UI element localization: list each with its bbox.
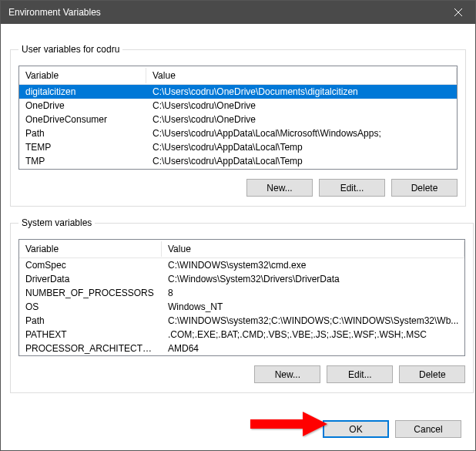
user-variables-group: User variables for codru VariableValuedi…: [10, 44, 466, 207]
system-delete-button[interactable]: Delete: [399, 365, 465, 383]
variable-name-cell: TEMP: [19, 141, 146, 153]
variable-value-cell: C:\Users\codru\OneDrive: [146, 113, 457, 126]
column-header-variable[interactable]: Variable: [19, 241, 162, 257]
variable-name-cell: OneDrive: [19, 99, 146, 112]
titlebar: Environment Variables: [1, 1, 475, 24]
variable-name-cell: Path: [19, 127, 146, 140]
cancel-button[interactable]: Cancel: [395, 420, 461, 438]
user-delete-button[interactable]: Delete: [391, 179, 458, 197]
table-row[interactable]: NUMBER_OF_PROCESSORS8: [19, 286, 464, 300]
variable-value-cell: AMD64: [162, 342, 464, 355]
variable-value-cell: 8: [162, 287, 464, 299]
close-button[interactable]: [441, 1, 475, 24]
table-row[interactable]: OneDriveConsumerC:\Users\codru\OneDrive: [19, 113, 457, 126]
variable-value-cell: .COM;.EXE;.BAT;.CMD;.VBS;.VBE;.JS;.JSE;.…: [162, 328, 464, 341]
variable-name-cell: ComSpec: [19, 259, 162, 271]
variable-value-cell: C:\Users\codru\OneDrive\Documents\digita…: [146, 86, 457, 98]
user-edit-button[interactable]: Edit...: [319, 179, 385, 197]
variable-name-cell: OS: [19, 301, 162, 313]
variable-value-cell: C:\Users\codru\AppData\Local\Temp: [146, 155, 457, 167]
variable-name-cell: Path: [19, 315, 162, 327]
column-header-value[interactable]: Value: [162, 241, 464, 257]
table-row[interactable]: PROCESSOR_ARCHITECTUREAMD64: [19, 342, 464, 355]
table-row[interactable]: TEMPC:\Users\codru\AppData\Local\Temp: [19, 140, 457, 154]
variable-value-cell: C:\WINDOWS\system32;C:\WINDOWS;C:\WINDOW…: [162, 315, 464, 327]
system-buttons-row: New... Edit... Delete: [18, 365, 465, 383]
variable-value-cell: C:\Windows\System32\Drivers\DriverData: [162, 273, 464, 285]
close-icon: [454, 8, 462, 16]
table-row[interactable]: ComSpecC:\WINDOWS\system32\cmd.exe: [19, 258, 464, 272]
column-header-variable[interactable]: Variable: [19, 68, 146, 83]
variable-name-cell: DriverData: [19, 273, 162, 285]
column-header-value[interactable]: Value: [146, 68, 457, 83]
variable-name-cell: TMP: [19, 155, 146, 167]
variable-name-cell: PROCESSOR_ARCHITECTURE: [19, 342, 162, 355]
table-row[interactable]: TMPC:\Users\codru\AppData\Local\Temp: [19, 154, 457, 168]
variable-value-cell: C:\Users\codru\OneDrive: [146, 99, 457, 112]
variable-value-cell: C:\Users\codru\AppData\Local\Temp: [146, 141, 457, 153]
user-buttons-row: New... Edit... Delete: [18, 179, 458, 197]
variable-value-cell: C:\WINDOWS\system32\cmd.exe: [162, 259, 464, 271]
table-row[interactable]: OSWindows_NT: [19, 300, 464, 314]
dialog-content: User variables for codru VariableValuedi…: [1, 24, 475, 412]
system-variables-legend: System variables: [18, 217, 95, 228]
ok-button[interactable]: OK: [323, 420, 389, 438]
list-header[interactable]: VariableValue: [19, 240, 464, 258]
table-row[interactable]: OneDriveC:\Users\codru\OneDrive: [19, 99, 457, 113]
system-edit-button[interactable]: Edit...: [327, 365, 393, 383]
variable-name-cell: PATHEXT: [19, 328, 162, 341]
dialog-buttons-row: OK Cancel: [313, 417, 471, 446]
window-title: Environment Variables: [8, 7, 441, 18]
table-row[interactable]: PathC:\WINDOWS\system32;C:\WINDOWS;C:\WI…: [19, 314, 464, 328]
user-variables-list[interactable]: VariableValuedigitalcitizenC:\Users\codr…: [18, 66, 458, 170]
user-new-button[interactable]: New...: [246, 179, 313, 197]
system-variables-list[interactable]: VariableValueComSpecC:\WINDOWS\system32\…: [18, 239, 465, 356]
variable-name-cell: digitalcitizen: [19, 86, 146, 98]
user-variables-legend: User variables for codru: [18, 44, 122, 55]
variable-value-cell: C:\Users\codru\AppData\Local\Microsoft\W…: [146, 127, 457, 140]
variable-name-cell: OneDriveConsumer: [19, 113, 146, 126]
table-row[interactable]: PathC:\Users\codru\AppData\Local\Microso…: [19, 126, 457, 140]
table-row[interactable]: PATHEXT.COM;.EXE;.BAT;.CMD;.VBS;.VBE;.JS…: [19, 328, 464, 342]
list-header[interactable]: VariableValue: [19, 66, 457, 85]
system-variables-group: System variables VariableValueComSpecC:\…: [10, 217, 474, 393]
table-row[interactable]: digitalcitizenC:\Users\codru\OneDrive\Do…: [19, 85, 457, 99]
system-new-button[interactable]: New...: [254, 365, 320, 383]
variable-value-cell: Windows_NT: [162, 301, 464, 313]
variable-name-cell: NUMBER_OF_PROCESSORS: [19, 287, 162, 299]
svg-rect-2: [250, 419, 303, 429]
table-row[interactable]: DriverDataC:\Windows\System32\Drivers\Dr…: [19, 272, 464, 286]
